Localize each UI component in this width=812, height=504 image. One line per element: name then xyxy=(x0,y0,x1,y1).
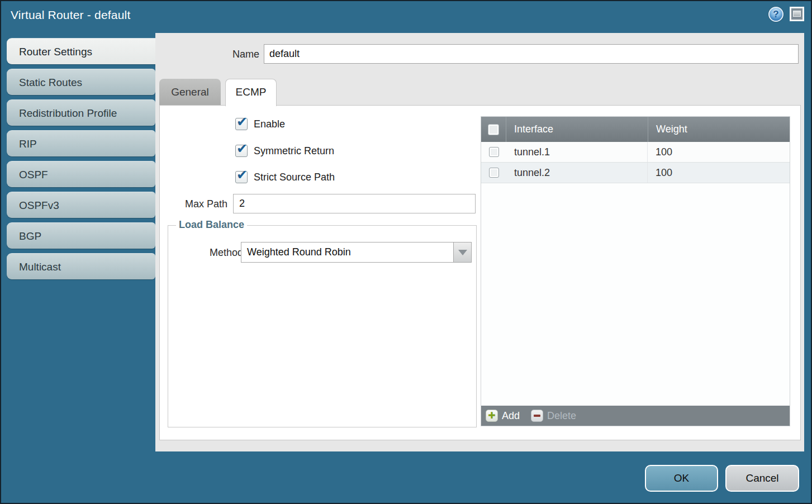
restore-window-icon-inner xyxy=(793,11,801,17)
ok-button[interactable]: OK xyxy=(645,465,718,492)
content-area: Name General ECMP ✔ Enable ✔ Symmetric R… xyxy=(155,33,804,451)
load-balance-legend: Load Balance xyxy=(176,219,247,231)
check-icon: ✔ xyxy=(236,141,248,156)
name-label: Name xyxy=(155,49,259,60)
strict-source-path-label: Strict Source Path xyxy=(254,172,335,183)
method-selected-value: Weighted Round Robin xyxy=(241,242,453,263)
method-dropdown[interactable]: Weighted Round Robin xyxy=(241,242,472,263)
tab-ecmp[interactable]: ECMP xyxy=(225,79,277,106)
interface-cell: tunnel.2 xyxy=(506,163,648,183)
minus-icon xyxy=(531,410,543,422)
dialog-title: Virtual Router - default xyxy=(11,8,131,22)
interface-column-header[interactable]: Interface xyxy=(506,117,648,142)
enable-checkbox[interactable]: ✔ xyxy=(235,118,248,130)
weight-cell: 100 xyxy=(648,163,790,183)
table-empty-area xyxy=(481,183,790,406)
sidebar-item-ospf[interactable]: OSPF xyxy=(7,161,155,187)
row-checkbox[interactable] xyxy=(489,168,499,178)
minus-icon-bar xyxy=(534,415,540,417)
ecmp-panel: ✔ Enable ✔ Symmetric Return ✔ Strict Sou… xyxy=(159,105,801,440)
delete-button[interactable]: Delete xyxy=(520,410,576,422)
symmetric-return-checkbox[interactable]: ✔ xyxy=(235,145,248,157)
restore-window-icon[interactable] xyxy=(790,7,804,21)
sidebar-item-multicast[interactable]: Multicast xyxy=(7,253,155,279)
load-balance-group: Load Balance Method Weighted Round Robin xyxy=(168,225,477,427)
interface-cell: tunnel.1 xyxy=(506,142,648,162)
row-checkbox-cell xyxy=(481,163,506,183)
enable-label: Enable xyxy=(254,118,285,130)
weight-column-header[interactable]: Weight xyxy=(648,117,790,142)
check-icon: ✔ xyxy=(236,167,248,183)
help-icon[interactable]: ? xyxy=(768,7,783,22)
symmetric-return-row: ✔ Symmetric Return xyxy=(235,145,334,157)
tab-general[interactable]: General xyxy=(159,79,221,105)
sidebar: Router Settings Static Routes Redistribu… xyxy=(7,38,158,279)
sidebar-item-router-settings[interactable]: Router Settings xyxy=(7,38,158,64)
chevron-down-icon xyxy=(458,250,467,255)
max-path-label: Max Path xyxy=(160,198,227,210)
strict-source-path-checkbox[interactable]: ✔ xyxy=(235,171,248,183)
cancel-button[interactable]: Cancel xyxy=(725,465,799,492)
table-row[interactable]: tunnel.2 100 xyxy=(481,163,790,183)
sidebar-item-static-routes[interactable]: Static Routes xyxy=(7,69,155,95)
delete-button-label: Delete xyxy=(547,410,576,422)
sidebar-item-rip[interactable]: RIP xyxy=(7,130,155,156)
add-button[interactable]: ✚ Add xyxy=(486,410,520,422)
table-header: Interface Weight xyxy=(481,117,790,142)
weight-cell: 100 xyxy=(648,142,790,162)
table-row[interactable]: tunnel.1 100 xyxy=(481,142,790,163)
row-checkbox-cell xyxy=(481,142,506,162)
name-input[interactable] xyxy=(264,44,799,64)
add-button-label: Add xyxy=(502,410,520,422)
enable-row: ✔ Enable xyxy=(235,118,285,130)
method-label: Method xyxy=(197,247,243,259)
interface-table: Interface Weight tunnel.1 100 tunnel.2 1… xyxy=(481,116,790,426)
max-path-input[interactable] xyxy=(233,194,476,213)
plus-icon: ✚ xyxy=(486,410,498,422)
strict-source-path-row: ✔ Strict Source Path xyxy=(235,171,335,183)
sidebar-item-redistribution-profile[interactable]: Redistribution Profile xyxy=(7,99,155,126)
check-icon: ✔ xyxy=(236,114,248,130)
row-checkbox[interactable] xyxy=(489,147,499,157)
symmetric-return-label: Symmetric Return xyxy=(254,145,334,157)
sidebar-item-bgp[interactable]: BGP xyxy=(7,222,155,249)
dropdown-arrow-button[interactable] xyxy=(453,242,472,263)
select-all-checkbox[interactable] xyxy=(488,124,499,135)
table-footer: ✚ Add Delete xyxy=(481,406,790,426)
sidebar-item-ospfv3[interactable]: OSPFv3 xyxy=(7,192,155,218)
header-checkbox-cell xyxy=(481,117,506,142)
virtual-router-dialog: Virtual Router - default ? Router Settin… xyxy=(0,0,812,504)
